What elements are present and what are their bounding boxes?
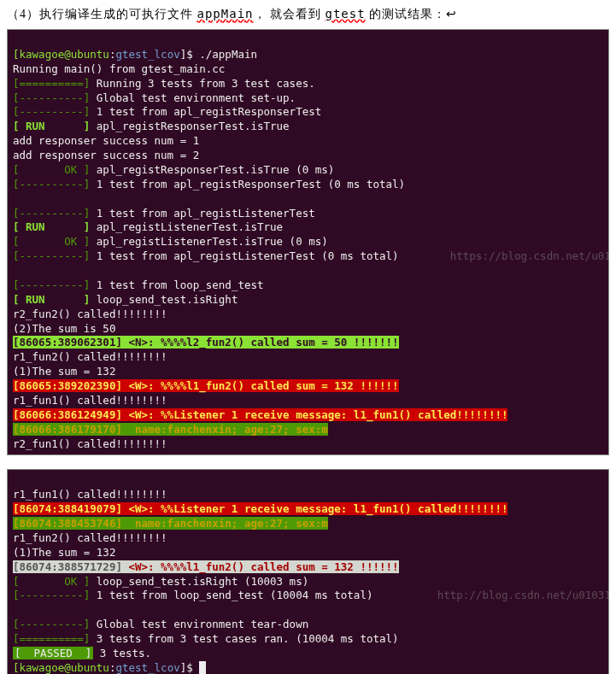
out-line: loop_send_test.isRight (10003 ms) xyxy=(90,575,308,588)
gtest-passed: [ PASSED ] xyxy=(13,647,93,659)
prompt-end: ]$ xyxy=(180,661,200,674)
gtest-sep: [----------] xyxy=(13,278,90,291)
out-line: apl_registResponserTest.isTrue (0 ms) xyxy=(90,163,334,176)
log-warn: [86066:386124949] <W>: %%Listener 1 rece… xyxy=(13,408,507,421)
log-ts: [86074:388571729] xyxy=(13,560,122,573)
gtest-ok: [ OK ] xyxy=(13,163,90,176)
prompt-path: gtest_lcov xyxy=(115,661,179,674)
out-line: 1 test from apl_registListenerTest xyxy=(90,207,314,220)
log-warn: [86065:389202390] <W>: %%%%l1_fun2() cal… xyxy=(13,379,399,392)
out-line: r1_fun2() called!!!!!!!! xyxy=(13,531,167,544)
prompt-user: [kawagoe@ubuntu xyxy=(13,661,109,674)
prompt-cmd: ./appMain xyxy=(199,48,257,61)
prompt-path: gtest_lcov xyxy=(115,48,179,61)
out-line: Global test environment tear-down xyxy=(90,618,308,630)
out-line: add responser success num = 1 xyxy=(13,134,199,147)
prompt-end: ]$ xyxy=(180,48,200,61)
gtest-sep: [----------] xyxy=(13,91,90,104)
log-warn-grey: [86074:388571729] <W>: %%%%l1_fun2() cal… xyxy=(13,560,399,573)
out-line: 1 test from loop_send_test (10004 ms tot… xyxy=(90,589,373,601)
intro-t3: 的测试结果：↩ xyxy=(366,8,458,21)
out-line: 1 test from apl_registResponserTest (0 m… xyxy=(90,178,405,190)
gtest-sep: [==========] xyxy=(13,77,90,90)
log-warn: [86074:388419079] <W>: %%Listener 1 rece… xyxy=(13,502,507,515)
out-line: apl_registListenerTest.isTrue (0 ms) xyxy=(90,235,327,248)
intro-num: （4） xyxy=(7,8,39,21)
watermark: http://blog.csdn.net/u010312436 xyxy=(373,589,609,601)
prompt-2: [kawagoe@ubuntu:gtest_lcov]$ xyxy=(13,661,206,674)
log-info: [86074:388453746] name:fanchenxin; age:2… xyxy=(13,517,328,530)
prompt-user: [kawagoe@ubuntu xyxy=(13,48,109,61)
gtest-run: [ RUN ] xyxy=(13,220,90,233)
out-line: 1 test from apl_registResponserTest xyxy=(90,105,321,118)
watermark: https://blog.csdn.net/u010312436 xyxy=(399,249,609,262)
out-line: 3 tests from 3 test cases ran. (10004 ms… xyxy=(90,632,398,645)
intro-gtest: gtest xyxy=(326,7,366,21)
out-line: apl_registListenerTest.isTrue xyxy=(90,220,283,233)
gtest-sep: [==========] xyxy=(13,632,90,645)
gtest-ok: [ OK ] xyxy=(13,575,90,588)
out-line: r1_fun1() called!!!!!!!! xyxy=(13,488,167,501)
gtest-run: [ RUN ] xyxy=(13,293,90,306)
out-line: (2)The sum is 50 xyxy=(13,322,115,335)
gtest-sep: [----------] xyxy=(13,207,90,220)
terminal-2: r1_fun1() called!!!!!!!! [86074:38841907… xyxy=(7,469,609,674)
intro-text: （4）执行编译生成的可执行文件 appMain， 就会看到 gtest 的测试结… xyxy=(7,7,609,22)
gtest-run: [ RUN ] xyxy=(13,120,90,132)
cursor xyxy=(199,661,206,674)
out-line: r2_fun1() called!!!!!!!! xyxy=(13,437,167,450)
out-line: loop_send_test.isRight xyxy=(90,293,238,306)
intro-t2: ， 就会看到 xyxy=(254,8,326,21)
log-msg: <W>: %%%%l1_fun2() called sum = 132 !!!!… xyxy=(122,560,399,573)
gtest-ok: [ OK ] xyxy=(13,235,90,248)
out-line: 1 test from apl_registListenerTest (0 ms… xyxy=(90,249,398,262)
log-notice: [86065:389062301] <N>: %%%%l2_fun2() cal… xyxy=(13,336,399,349)
out-line: 3 tests. xyxy=(93,647,151,659)
out-line: apl_registResponserTest.isTrue xyxy=(90,120,289,132)
out-line: (1)The sum = 132 xyxy=(13,546,115,559)
out-line: Running 3 tests from 3 test cases. xyxy=(90,77,314,90)
out-line: Global test environment set-up. xyxy=(90,91,296,104)
out-line: r1_fun2() called!!!!!!!! xyxy=(13,350,167,363)
gtest-sep: [----------] xyxy=(13,589,90,601)
out-line: (1)The sum = 132 xyxy=(13,365,115,378)
gtest-sep: [----------] xyxy=(13,618,90,630)
log-info: [86066:386179170] name:fanchenxin; age:2… xyxy=(13,423,328,436)
out-line: Running main() from gtest_main.cc xyxy=(13,62,225,75)
out-line: add responser success num = 2 xyxy=(13,149,199,161)
out-line: 1 test from loop_send_test xyxy=(90,278,263,291)
gtest-sep: [----------] xyxy=(13,249,90,262)
out-line: r1_fun1() called!!!!!!!! xyxy=(13,394,167,407)
out-line: r2_fun2() called!!!!!!!! xyxy=(13,308,167,320)
prompt-1: [kawagoe@ubuntu:gtest_lcov]$ ./appMain xyxy=(13,48,257,61)
intro-appmain: appMain xyxy=(197,7,254,21)
gtest-sep: [----------] xyxy=(13,178,90,190)
intro-t1: 执行编译生成的可执行文件 xyxy=(39,8,197,21)
terminal-1: [kawagoe@ubuntu:gtest_lcov]$ ./appMain R… xyxy=(7,29,609,455)
gtest-sep: [----------] xyxy=(13,105,90,118)
